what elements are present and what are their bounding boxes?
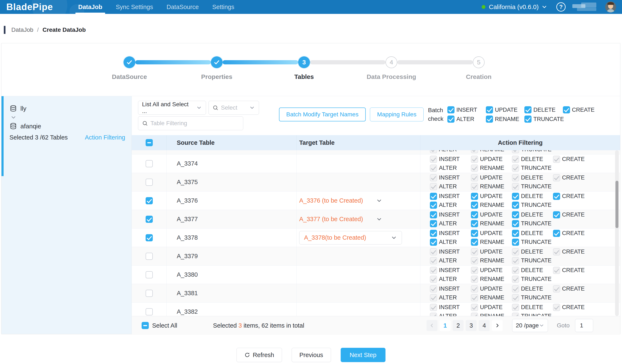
checkbox-checked-icon[interactable] [486, 115, 493, 123]
batch-check-create[interactable]: CREATE [563, 106, 601, 114]
checkbox-checked-icon[interactable] [486, 106, 493, 114]
stepper-step-tables[interactable]: 3Tables [298, 56, 310, 68]
checkbox-checked-icon[interactable] [430, 211, 437, 218]
help-icon[interactable]: ? [556, 2, 566, 12]
nav-item-datajob[interactable]: DataJob [78, 0, 102, 14]
checkbox-checked-icon[interactable] [471, 239, 478, 246]
row-checkbox[interactable] [146, 197, 153, 204]
checkbox-checked-icon[interactable] [524, 115, 531, 123]
page-button-1[interactable]: 1 [440, 320, 450, 331]
vertical-scrollbar[interactable] [615, 150, 619, 316]
action-alter[interactable]: ALTER [430, 239, 471, 246]
nav-item-settings[interactable]: Settings [212, 0, 234, 14]
action-update[interactable]: UPDATE [471, 230, 512, 237]
row-checkbox[interactable] [146, 271, 153, 278]
batch-check-alter[interactable]: ALTER [447, 115, 486, 123]
action-truncate[interactable]: TRUNCATE [512, 220, 553, 227]
checkbox-checked-icon[interactable] [553, 193, 560, 200]
batch-check-insert[interactable]: INSERT [447, 106, 486, 114]
action-update[interactable]: UPDATE [471, 193, 512, 200]
action-alter[interactable]: ALTER [430, 202, 471, 209]
action-rename[interactable]: RENAME [471, 220, 512, 227]
checkbox-checked-icon[interactable] [553, 211, 560, 218]
checkbox-checked-icon[interactable] [430, 193, 437, 200]
action-create[interactable]: CREATE [553, 211, 594, 218]
stepper-step-datasource[interactable]: DataSource [123, 56, 135, 68]
batch-check-update[interactable]: UPDATE [486, 106, 524, 114]
checkbox-checked-icon[interactable] [430, 202, 437, 209]
action-delete[interactable]: DELETE [512, 211, 553, 218]
page-button-3[interactable]: 3 [466, 320, 477, 331]
checkbox-checked-icon[interactable] [553, 230, 560, 237]
goto-page-input[interactable] [575, 322, 593, 329]
checkbox-checked-icon[interactable] [512, 202, 519, 209]
table-filter-input[interactable] [151, 120, 239, 127]
stepper-step-properties[interactable]: Properties [211, 56, 223, 68]
brand-logo[interactable]: BladePipe [6, 2, 53, 12]
action-create[interactable]: CREATE [553, 230, 594, 237]
prev-page-button[interactable] [427, 320, 437, 331]
action-rename[interactable]: RENAME [471, 239, 512, 246]
scrollbar-thumb[interactable] [616, 181, 619, 228]
target-table-select[interactable]: A_3377 (to be Created) [299, 216, 416, 223]
checkbox-checked-icon[interactable] [430, 230, 437, 237]
row-checkbox[interactable] [146, 160, 153, 167]
user-avatar[interactable] [605, 1, 616, 12]
checkbox-checked-icon[interactable] [471, 193, 478, 200]
stepper-step-creation[interactable]: 5Creation [473, 56, 485, 68]
page-size-select[interactable]: 20 /page [512, 319, 548, 332]
row-checkbox[interactable] [146, 234, 153, 241]
select-all-checkbox[interactable] [146, 139, 153, 146]
batch-modify-target-names-button[interactable]: Batch Modify Target Names [279, 108, 366, 121]
breadcrumb-datajob[interactable]: DataJob [11, 26, 33, 33]
select-all-label[interactable]: Select All [152, 322, 177, 329]
action-insert[interactable]: INSERT [430, 230, 471, 237]
list-mode-select[interactable]: List All and Select ... [138, 101, 206, 115]
target-table-select[interactable]: A_3376 (to be Created) [299, 197, 416, 204]
checkbox-checked-icon[interactable] [512, 211, 519, 218]
checkbox-checked-icon[interactable] [512, 230, 519, 237]
checkbox-checked-icon[interactable] [471, 202, 478, 209]
checkbox-checked-icon[interactable] [447, 115, 454, 123]
action-delete[interactable]: DELETE [512, 193, 553, 200]
checkbox-checked-icon[interactable] [471, 230, 478, 237]
schema-select[interactable]: Select [209, 101, 259, 115]
checkbox-checked-icon[interactable] [512, 193, 519, 200]
select-all-footer-checkbox[interactable] [142, 322, 149, 329]
previous-button[interactable]: Previous [292, 348, 331, 362]
checkbox-checked-icon[interactable] [512, 239, 519, 246]
next-step-button[interactable]: Next Step [341, 348, 386, 362]
checkbox-checked-icon[interactable] [471, 211, 478, 218]
batch-check-rename[interactable]: RENAME [486, 115, 524, 123]
row-checkbox[interactable] [146, 253, 153, 260]
checkbox-checked-icon[interactable] [563, 106, 570, 114]
stepper-step-data-processing[interactable]: 4Data Processing [386, 56, 397, 68]
selected-datasource-card[interactable]: lly afanqie Selected 3 /62 Tables Action… [1, 96, 132, 141]
target-table-select[interactable]: A_3378(to be Created) [299, 231, 402, 245]
next-page-button[interactable] [492, 320, 503, 331]
mapping-rules-button[interactable]: Mapping Rules [370, 108, 424, 121]
checkbox-checked-icon[interactable] [471, 220, 478, 227]
action-delete[interactable]: DELETE [512, 230, 553, 237]
action-insert[interactable]: INSERT [430, 211, 471, 218]
chevron-down-icon[interactable] [541, 4, 547, 10]
checkbox-checked-icon[interactable] [430, 220, 437, 227]
row-checkbox[interactable] [146, 308, 153, 315]
action-filtering-link[interactable]: Action Filtering [85, 134, 125, 141]
action-insert[interactable]: INSERT [430, 193, 471, 200]
action-rename[interactable]: RENAME [471, 202, 512, 209]
action-create[interactable]: CREATE [553, 193, 594, 200]
refresh-button[interactable]: Refresh [236, 348, 282, 362]
region-selector[interactable]: California (v0.6.0) [489, 3, 539, 11]
row-checkbox[interactable] [146, 216, 153, 223]
nav-item-sync-settings[interactable]: Sync Settings [116, 0, 153, 14]
action-truncate[interactable]: TRUNCATE [512, 202, 553, 209]
page-button-4[interactable]: 4 [479, 320, 490, 331]
checkbox-checked-icon[interactable] [512, 220, 519, 227]
batch-check-truncate[interactable]: TRUNCATE [524, 115, 563, 123]
row-checkbox[interactable] [146, 290, 153, 297]
action-alter[interactable]: ALTER [430, 220, 471, 227]
action-update[interactable]: UPDATE [471, 211, 512, 218]
nav-item-datasource[interactable]: DataSource [167, 0, 199, 14]
checkbox-checked-icon[interactable] [447, 106, 454, 114]
